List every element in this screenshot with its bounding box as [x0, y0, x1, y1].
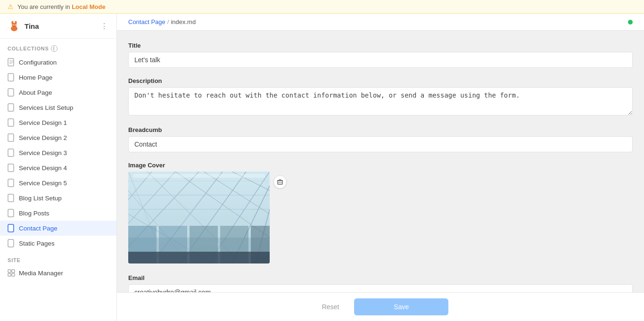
sidebar-user-name: Tina	[25, 22, 39, 30]
svg-rect-25	[8, 273, 11, 276]
svg-rect-24	[12, 270, 15, 272]
image-cover	[128, 172, 270, 263]
svg-rect-23	[8, 270, 11, 272]
svg-point-5	[15, 25, 16, 25]
breadcumb-group: Breadcumb	[128, 126, 633, 152]
svg-rect-12	[8, 89, 14, 96]
file-icon	[8, 179, 15, 187]
description-label: Description	[128, 77, 633, 84]
sidebar-item-service-design-1[interactable]: Service Design 1	[0, 115, 116, 130]
sidebar-menu-button[interactable]: ⋮	[100, 22, 109, 31]
description-input[interactable]	[128, 87, 633, 115]
file-icon	[8, 148, 15, 157]
breadcumb-input[interactable]	[128, 136, 633, 152]
sidebar: Tina ⋮ COLLECTIONS i Configuration Home …	[0, 14, 117, 321]
sidebar-item-service-design-4[interactable]: Service Design 4	[0, 160, 116, 175]
breadcrumb-parent-link[interactable]: Contact Page	[128, 18, 165, 25]
reset-button[interactable]: Reset	[313, 299, 349, 314]
sidebar-logo: Tina	[8, 19, 39, 33]
breadcrumb-bar: Contact Page / index.md	[117, 14, 644, 31]
sidebar-item-service-design-3[interactable]: Service Design 3	[0, 145, 116, 160]
svg-rect-16	[8, 149, 14, 156]
file-icon	[8, 58, 15, 66]
file-icon	[8, 224, 15, 232]
svg-rect-18	[8, 179, 14, 187]
content-area: Contact Page / index.md Title Descriptio…	[117, 14, 644, 321]
breadcrumb-current: index.md	[171, 18, 196, 25]
file-icon	[8, 103, 15, 112]
warning-icon: ⚠	[8, 3, 14, 10]
svg-rect-22	[8, 239, 14, 247]
sidebar-item-media-manager[interactable]: Media Manager	[0, 266, 116, 280]
svg-rect-26	[12, 273, 15, 276]
file-icon	[8, 73, 15, 82]
svg-rect-52	[128, 252, 270, 263]
title-group: Title	[128, 42, 633, 68]
sidebar-header: Tina ⋮	[0, 14, 116, 39]
status-dot	[628, 20, 633, 25]
sidebar-item-contact-page[interactable]: Contact Page	[0, 221, 116, 236]
image-cover-group: Image Cover	[128, 162, 633, 265]
svg-point-3	[15, 21, 17, 25]
sidebar-item-services-list-setup[interactable]: Services List Setup	[0, 100, 116, 115]
svg-rect-11	[8, 74, 14, 81]
svg-rect-15	[8, 134, 14, 141]
svg-point-6	[14, 26, 15, 27]
breadcumb-label: Breadcumb	[128, 126, 633, 133]
svg-rect-19	[8, 194, 14, 202]
file-icon	[8, 209, 15, 217]
title-input[interactable]	[128, 52, 633, 68]
sidebar-item-about-page[interactable]: About Page	[0, 85, 116, 100]
action-bar: Reset Save	[117, 292, 644, 321]
grid-icon	[8, 269, 15, 277]
warning-text: You are currently in Local Mode	[17, 3, 106, 10]
sidebar-item-home-page[interactable]: Home Page	[0, 70, 116, 85]
svg-rect-20	[8, 209, 14, 217]
llama-icon	[8, 19, 21, 33]
svg-rect-21	[8, 224, 14, 232]
svg-rect-54	[278, 181, 282, 184]
breadcrumb: Contact Page / index.md	[128, 18, 196, 25]
svg-point-2	[11, 21, 13, 25]
file-icon	[8, 194, 15, 202]
trash-icon	[277, 179, 283, 185]
collections-info-icon[interactable]: i	[51, 45, 58, 52]
email-label: Email	[128, 274, 633, 281]
warning-bar: ⚠ You are currently in Local Mode	[0, 0, 644, 14]
collections-section-label: COLLECTIONS i	[0, 39, 116, 55]
file-icon	[8, 88, 15, 97]
sidebar-item-blog-posts[interactable]: Blog Posts	[0, 206, 116, 221]
save-button[interactable]: Save	[354, 298, 448, 315]
email-input[interactable]	[128, 284, 633, 292]
file-icon	[8, 118, 15, 127]
image-cover-label: Image Cover	[128, 162, 633, 169]
svg-rect-53	[133, 174, 265, 178]
email-group: Email	[128, 274, 633, 292]
sidebar-item-blog-list-setup[interactable]: Blog List Setup	[0, 190, 116, 206]
sidebar-item-static-pages[interactable]: Static Pages	[0, 236, 116, 251]
svg-rect-17	[8, 164, 14, 172]
file-icon	[8, 239, 15, 247]
delete-image-button[interactable]	[273, 175, 287, 189]
svg-rect-13	[8, 104, 14, 111]
description-group: Description	[128, 77, 633, 117]
svg-rect-14	[8, 119, 14, 126]
sidebar-item-service-design-5[interactable]: Service Design 5	[0, 175, 116, 190]
breadcrumb-separator: /	[167, 18, 169, 25]
file-icon	[8, 133, 15, 142]
image-cover-container	[128, 172, 270, 265]
title-label: Title	[128, 42, 633, 49]
svg-point-4	[13, 25, 14, 25]
site-section-label: SITE	[0, 251, 116, 266]
sidebar-item-service-design-2[interactable]: Service Design 2	[0, 130, 116, 145]
form-area: Title Description Breadcumb Image Cover	[117, 31, 644, 292]
file-icon	[8, 164, 15, 172]
sidebar-item-configuration[interactable]: Configuration	[0, 55, 116, 70]
